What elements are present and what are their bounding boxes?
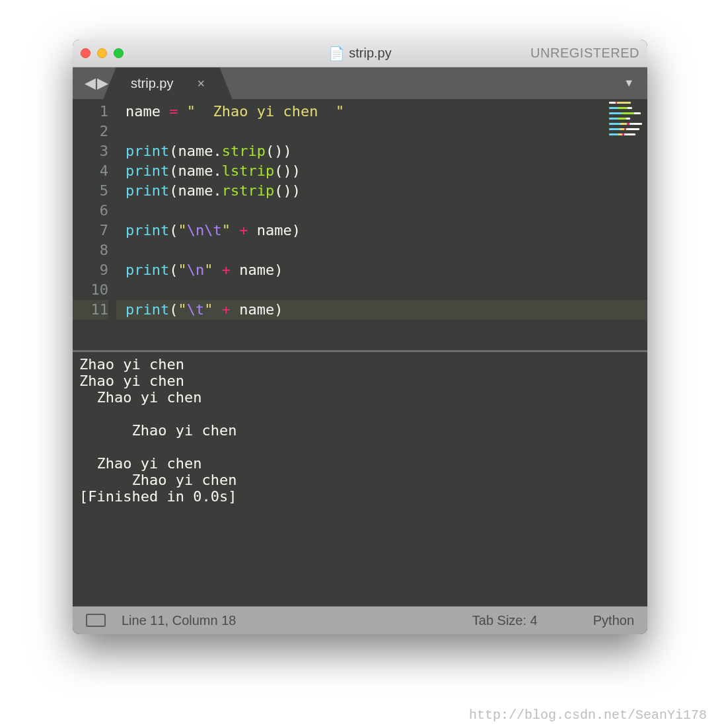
tab-close-button[interactable]: ×	[197, 76, 205, 91]
gutter-line: 10	[73, 280, 108, 300]
statusbar: Line 11, Column 18 Tab Size: 4 Python	[73, 606, 647, 634]
gutter-line: 9	[73, 260, 108, 280]
gutter-line: 4	[73, 161, 108, 181]
title-text: strip.py	[349, 46, 391, 61]
code-line[interactable]	[116, 122, 647, 141]
build-output-panel[interactable]: Zhao yi chen Zhao yi chen Zhao yi chen Z…	[73, 350, 647, 579]
file-icon: 📄	[328, 46, 345, 61]
panel-switcher-icon[interactable]	[86, 614, 106, 627]
gutter-line: 8	[73, 240, 108, 260]
titlebar[interactable]: 📄 strip.py UNREGISTERED	[73, 40, 647, 67]
gutter-line: 7	[73, 221, 108, 240]
traffic-lights	[81, 48, 124, 58]
tab-size-selector[interactable]: Tab Size: 4	[472, 613, 538, 628]
gutter-line: 6	[73, 201, 108, 221]
cursor-position[interactable]: Line 11, Column 18	[122, 613, 236, 628]
gutter-line: 3	[73, 141, 108, 161]
tab-label: strip.py	[131, 76, 173, 91]
editor-window: 📄 strip.py UNREGISTERED ◀ ▶ strip.py × ▼…	[73, 40, 647, 634]
code-line[interactable]: print(name.lstrip())	[116, 161, 647, 181]
close-window-button[interactable]	[81, 48, 90, 58]
code-content[interactable]: name = " Zhao yi chen "print(name.strip(…	[116, 99, 647, 350]
unregistered-label: UNREGISTERED	[530, 46, 639, 61]
nav-back-button[interactable]: ◀	[85, 76, 96, 91]
code-line[interactable]	[116, 240, 647, 260]
minimap[interactable]	[609, 102, 645, 174]
code-editor[interactable]: 1234567891011 name = " Zhao yi chen "pri…	[73, 99, 647, 350]
code-line[interactable]: print(name.strip())	[116, 141, 647, 161]
code-line[interactable]: print("\n" + name)	[116, 260, 647, 280]
watermark-text: http://blog.csdn.net/SeanYi178	[469, 708, 707, 723]
editor-area: 1234567891011 name = " Zhao yi chen "pri…	[73, 99, 647, 606]
chevron-down-icon: ▼	[624, 77, 634, 89]
minimize-window-button[interactable]	[97, 48, 107, 58]
nav-forward-button[interactable]: ▶	[97, 76, 108, 91]
gutter-line: 11	[73, 300, 108, 320]
code-line[interactable]	[116, 280, 647, 300]
zoom-window-button[interactable]	[114, 48, 124, 58]
tab-dropdown-button[interactable]: ▼	[610, 67, 647, 99]
code-line[interactable]: print(name.rstrip())	[116, 181, 647, 201]
line-gutter: 1234567891011	[73, 99, 116, 350]
tabbar: ◀ ▶ strip.py × ▼	[73, 67, 647, 99]
gutter-line: 2	[73, 122, 108, 141]
code-line[interactable]: print("\t" + name)	[116, 300, 647, 320]
tab-strip-py[interactable]: strip.py ×	[119, 67, 217, 99]
syntax-selector[interactable]: Python	[593, 613, 634, 628]
code-line[interactable]: name = " Zhao yi chen "	[116, 102, 647, 122]
gutter-line: 5	[73, 181, 108, 201]
code-line[interactable]: print("\n\t" + name)	[116, 221, 647, 240]
gutter-line: 1	[73, 102, 108, 122]
code-line[interactable]	[116, 201, 647, 221]
